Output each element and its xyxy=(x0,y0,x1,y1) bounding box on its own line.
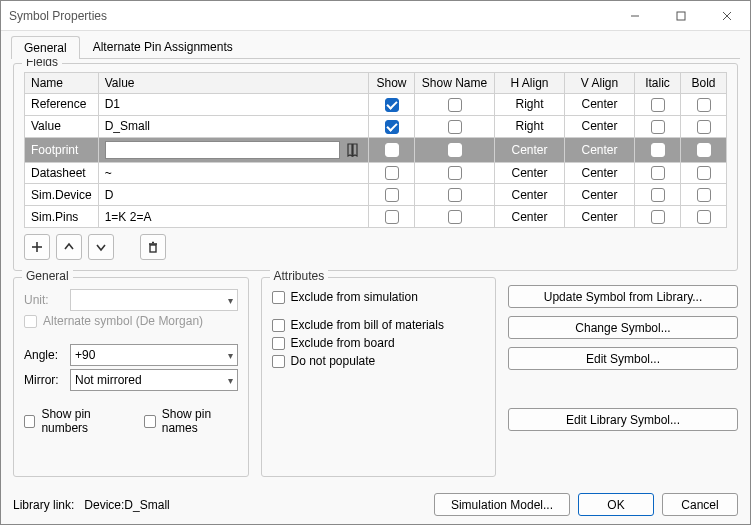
simulation-model-button[interactable]: Simulation Model... xyxy=(434,493,570,516)
edit-symbol-label: Edit Symbol... xyxy=(586,352,660,366)
fields-table[interactable]: Name Value Show Show Name H Align V Alig… xyxy=(24,72,727,228)
show-pin-numbers-row[interactable]: Show pin numbers xyxy=(24,407,126,435)
checkbox[interactable] xyxy=(448,143,462,157)
checkbox[interactable] xyxy=(385,166,399,180)
checkbox[interactable] xyxy=(697,143,711,157)
move-up-button[interactable] xyxy=(56,234,82,260)
show-pin-numbers-checkbox[interactable] xyxy=(24,415,35,428)
edit-library-symbol-label: Edit Library Symbol... xyxy=(566,413,680,427)
show-pin-names-label: Show pin names xyxy=(162,407,238,435)
checkbox[interactable] xyxy=(651,210,665,224)
col-halign[interactable]: H Align xyxy=(495,73,565,94)
attributes-group-title: Attributes xyxy=(270,269,329,283)
show-pin-names-row[interactable]: Show pin names xyxy=(144,407,237,435)
exclude-simulation-row[interactable]: Exclude from simulation xyxy=(272,290,486,304)
library-browser-icon[interactable] xyxy=(344,141,362,159)
checkbox[interactable] xyxy=(697,188,711,202)
checkbox[interactable] xyxy=(651,143,665,157)
edit-library-symbol-button[interactable]: Edit Library Symbol... xyxy=(508,408,738,431)
mirror-row: Mirror: Not mirrored▾ xyxy=(24,369,238,391)
checkbox[interactable] xyxy=(448,120,462,134)
table-row[interactable]: FootprintCenterCenter xyxy=(25,137,727,162)
checkbox[interactable] xyxy=(697,210,711,224)
chevron-down-icon: ▾ xyxy=(228,350,233,361)
titlebar: Symbol Properties xyxy=(1,1,750,31)
maximize-button[interactable] xyxy=(658,1,704,31)
checkbox[interactable] xyxy=(448,188,462,202)
tab-bar: General Alternate Pin Assignments xyxy=(1,31,750,58)
checkbox[interactable] xyxy=(385,188,399,202)
checkbox[interactable] xyxy=(385,120,399,134)
footprint-input[interactable] xyxy=(105,141,340,159)
col-show-name[interactable]: Show Name xyxy=(415,73,495,94)
add-field-button[interactable] xyxy=(24,234,50,260)
mirror-label: Mirror: xyxy=(24,373,64,387)
exclude-simulation-checkbox[interactable] xyxy=(272,291,285,304)
update-symbol-button[interactable]: Update Symbol from Library... xyxy=(508,285,738,308)
alternate-symbol-checkbox xyxy=(24,315,37,328)
col-show[interactable]: Show xyxy=(369,73,415,94)
angle-select[interactable]: +90▾ xyxy=(70,344,238,366)
tab-alternate[interactable]: Alternate Pin Assignments xyxy=(80,35,246,58)
checkbox[interactable] xyxy=(697,166,711,180)
table-row[interactable]: ValueD_SmallRightCenter xyxy=(25,115,727,137)
col-italic[interactable]: Italic xyxy=(635,73,681,94)
tab-general-label: General xyxy=(24,41,67,55)
minimize-button[interactable] xyxy=(612,1,658,31)
unit-select: ▾ xyxy=(70,289,238,311)
checkbox[interactable] xyxy=(697,120,711,134)
move-down-button[interactable] xyxy=(88,234,114,260)
exclude-bom-row[interactable]: Exclude from bill of materials xyxy=(272,318,486,332)
checkbox[interactable] xyxy=(448,210,462,224)
action-buttons-panel: Update Symbol from Library... Change Sym… xyxy=(508,277,738,477)
window-title: Symbol Properties xyxy=(1,9,107,23)
library-link-label: Library link: xyxy=(13,498,74,512)
show-pin-names-checkbox[interactable] xyxy=(144,415,155,428)
checkbox[interactable] xyxy=(385,210,399,224)
exclude-board-row[interactable]: Exclude from board xyxy=(272,336,486,350)
col-value[interactable]: Value xyxy=(98,73,368,94)
cancel-button[interactable]: Cancel xyxy=(662,493,738,516)
table-row[interactable]: Sim.Pins1=K 2=ACenterCenter xyxy=(25,206,727,228)
dnp-checkbox[interactable] xyxy=(272,355,285,368)
svg-rect-1 xyxy=(677,12,685,20)
exclude-bom-checkbox[interactable] xyxy=(272,319,285,332)
fields-group-title: Fields xyxy=(22,59,62,69)
checkbox[interactable] xyxy=(697,98,711,112)
exclude-simulation-label: Exclude from simulation xyxy=(291,290,418,304)
checkbox[interactable] xyxy=(651,120,665,134)
delete-field-button[interactable] xyxy=(140,234,166,260)
close-button[interactable] xyxy=(704,1,750,31)
col-valign[interactable]: V Align xyxy=(565,73,635,94)
table-row[interactable]: ReferenceD1RightCenter xyxy=(25,94,727,116)
alternate-symbol-label: Alternate symbol (De Morgan) xyxy=(43,314,203,328)
general-group-title: General xyxy=(22,269,73,283)
mirror-select[interactable]: Not mirrored▾ xyxy=(70,369,238,391)
col-name[interactable]: Name xyxy=(25,73,99,94)
checkbox[interactable] xyxy=(448,98,462,112)
checkbox[interactable] xyxy=(385,143,399,157)
ok-button[interactable]: OK xyxy=(578,493,654,516)
dnp-row[interactable]: Do not populate xyxy=(272,354,486,368)
checkbox[interactable] xyxy=(385,98,399,112)
table-row[interactable]: Sim.DeviceDCenterCenter xyxy=(25,184,727,206)
tab-general[interactable]: General xyxy=(11,36,80,59)
col-bold[interactable]: Bold xyxy=(681,73,727,94)
mirror-value: Not mirrored xyxy=(75,373,142,387)
checkbox[interactable] xyxy=(651,98,665,112)
table-row[interactable]: Datasheet~CenterCenter xyxy=(25,162,727,184)
checkbox[interactable] xyxy=(448,166,462,180)
angle-value: +90 xyxy=(75,348,95,362)
ok-label: OK xyxy=(607,498,624,512)
footer: Library link: Device:D_Small Simulation … xyxy=(1,485,750,524)
checkbox[interactable] xyxy=(651,166,665,180)
fields-toolbar xyxy=(24,234,727,260)
svg-rect-6 xyxy=(150,245,156,252)
exclude-board-checkbox[interactable] xyxy=(272,337,285,350)
attributes-group: Attributes Exclude from simulation Exclu… xyxy=(261,277,497,477)
edit-symbol-button[interactable]: Edit Symbol... xyxy=(508,347,738,370)
dnp-label: Do not populate xyxy=(291,354,376,368)
alternate-symbol-row: Alternate symbol (De Morgan) xyxy=(24,314,238,328)
change-symbol-button[interactable]: Change Symbol... xyxy=(508,316,738,339)
checkbox[interactable] xyxy=(651,188,665,202)
